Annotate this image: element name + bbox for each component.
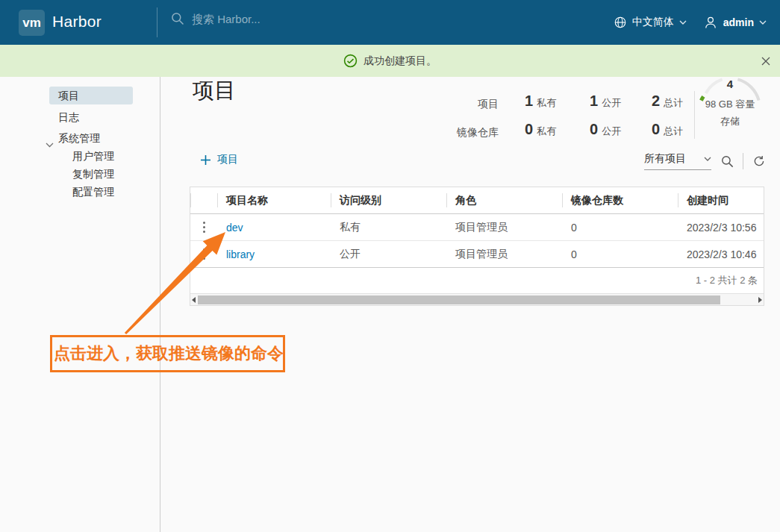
project-link-library[interactable]: library	[226, 248, 255, 260]
sidebar-item-label: 系统管理	[58, 132, 100, 144]
stat-unit: 公开	[602, 96, 621, 110]
project-filter-dropdown[interactable]: 所有项目	[644, 152, 711, 170]
sidebar-item-user-management[interactable]: 用户管理	[72, 147, 114, 165]
search-icon	[170, 11, 185, 26]
stat-value: 1	[590, 93, 598, 110]
annotation-callout: 点击进入，获取推送镜像的命令	[50, 335, 285, 372]
table-row: library 公开 项目管理员 0 2023/2/3 10:46	[190, 241, 764, 268]
storage-label: 存储	[696, 115, 764, 128]
user-icon	[703, 15, 718, 30]
kebab-menu-icon	[203, 222, 205, 233]
language-label: 中文简体	[632, 16, 674, 29]
stat-unit: 私有	[537, 96, 556, 110]
cell-repo-count: 0	[562, 214, 678, 240]
user-menu[interactable]: admin	[703, 15, 767, 30]
cell-role: 项目管理员	[446, 241, 562, 267]
app-title: Harbor	[52, 13, 102, 31]
stat-value: 0	[590, 121, 598, 138]
table-header: 访问级别	[331, 187, 446, 213]
row-actions-menu[interactable]	[190, 214, 217, 240]
sidebar-item-label: 用户管理	[72, 150, 114, 162]
table-header: 创建时间	[678, 187, 764, 213]
stat-row-label: 镜像仓库	[457, 126, 499, 140]
search-input[interactable]	[192, 13, 416, 25]
storage-gauge: 4 98 GB 容量 存储	[696, 77, 764, 131]
filter-selected-value: 所有项目	[644, 152, 686, 166]
table-header-row: 项目名称 访问级别 角色 镜像仓库数 创建时间	[190, 187, 764, 214]
horizontal-scrollbar[interactable]	[190, 293, 764, 306]
globe-icon	[614, 16, 627, 29]
plus-icon	[200, 154, 211, 166]
table-header: 镜像仓库数	[562, 187, 678, 213]
chevron-down-icon	[704, 157, 711, 161]
username-label: admin	[723, 16, 754, 28]
sidebar-item-replication-management[interactable]: 复制管理	[72, 165, 114, 183]
stat-unit: 总计	[664, 125, 683, 138]
storage-capacity: 98 GB 容量	[696, 98, 764, 111]
scrollbar-thumb[interactable]	[198, 295, 720, 304]
vmware-logo[interactable]: vm	[19, 10, 45, 36]
sidebar-item-label: 配置管理	[72, 186, 114, 198]
sidebar-item-configuration-management[interactable]: 配置管理	[72, 183, 114, 201]
new-project-label: 项目	[217, 153, 238, 166]
sidebar-item-projects[interactable]: 项目	[49, 87, 133, 104]
row-actions-menu[interactable]	[190, 241, 217, 267]
toolbar-divider	[743, 153, 743, 169]
annotation-text: 点击进入，获取推送镜像的命令	[52, 342, 284, 365]
cell-repo-count: 0	[562, 241, 678, 267]
cell-access-level: 私有	[331, 214, 446, 240]
stat-value: 0	[652, 121, 660, 138]
table-header-menu	[190, 187, 217, 213]
cell-role: 项目管理员	[446, 214, 562, 240]
chevron-down-icon	[46, 135, 54, 153]
kebab-menu-icon	[203, 248, 205, 260]
table-toolbar: 所有项目	[644, 151, 766, 172]
chevron-down-icon	[679, 20, 687, 25]
navbar-divider	[157, 7, 157, 37]
stat-value: 1	[525, 93, 533, 110]
table-header: 角色	[446, 187, 562, 213]
pagination-summary: 1 - 2 共计 2 条	[190, 268, 764, 293]
sidebar-item-label: 复制管理	[72, 168, 114, 180]
search-icon[interactable]	[720, 154, 734, 169]
banner-message: 成功创建项目。	[364, 54, 437, 68]
sidebar-item-system-management[interactable]: 系统管理	[58, 129, 100, 147]
stat-unit: 私有	[537, 125, 556, 138]
projects-table: 项目名称 访问级别 角色 镜像仓库数 创建时间 dev 私有 项目管理员 0 2…	[190, 187, 764, 306]
check-circle-icon	[343, 54, 358, 68]
stat-row-label: 项目	[478, 98, 499, 111]
new-project-button[interactable]: 项目	[200, 153, 238, 166]
cell-access-level: 公开	[331, 241, 446, 267]
summary-stats: 项目 1私有 1公开 2总计 镜像仓库 0私有 0公开 0总计	[448, 91, 694, 149]
cell-created-time: 2023/2/3 10:56	[678, 214, 764, 240]
cell-created-time: 2023/2/3 10:46	[678, 241, 764, 267]
page-title: 项目	[193, 76, 236, 106]
success-banner: 成功创建项目。	[0, 45, 780, 77]
close-icon[interactable]	[758, 54, 773, 69]
refresh-icon[interactable]	[752, 154, 766, 168]
table-row: dev 私有 项目管理员 0 2023/2/3 10:56	[190, 214, 764, 241]
stat-value: 2	[652, 93, 660, 110]
top-navbar: vm Harbor 中文简体 admin	[0, 0, 780, 45]
stats-divider	[694, 91, 695, 139]
stat-unit: 总计	[664, 96, 683, 110]
project-link-dev[interactable]: dev	[226, 222, 243, 234]
scroll-right-icon[interactable]	[758, 297, 762, 303]
chevron-down-icon	[759, 20, 767, 25]
stat-unit: 公开	[602, 125, 621, 138]
sidebar-item-label: 日志	[58, 111, 79, 123]
stat-value: 0	[525, 121, 533, 138]
vmware-logo-text: vm	[22, 16, 41, 31]
storage-count: 4	[696, 78, 764, 90]
global-search	[170, 11, 416, 26]
sidebar-item-logs[interactable]: 日志	[58, 108, 79, 126]
table-header: 项目名称	[217, 187, 331, 213]
scroll-left-icon[interactable]	[192, 297, 196, 303]
language-menu[interactable]: 中文简体	[614, 16, 687, 29]
sidebar-item-label: 项目	[58, 90, 79, 101]
